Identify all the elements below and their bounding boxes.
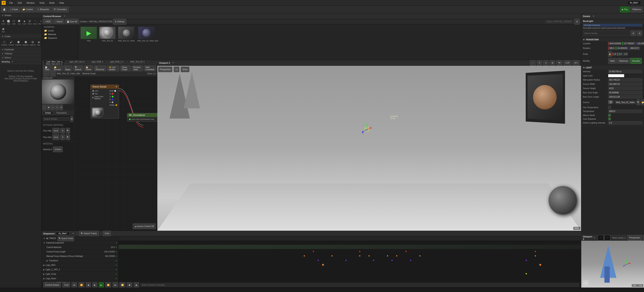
- kf-focal-1[interactable]: [304, 255, 305, 257]
- console-input[interactable]: [140, 283, 580, 287]
- vp2-perspective-btn[interactable]: Perspective: [628, 235, 642, 241]
- preview-ctrl-2[interactable]: ◉: [47, 104, 50, 110]
- material-editor-tab-light-gb2[interactable]: Light_RGB_2 ✕: [107, 60, 127, 63]
- kf-light-off-1[interactable]: [526, 273, 527, 274]
- shape-split[interactable]: ⬡ Split: [11, 18, 16, 25]
- asset-webtest02[interactable]: Web_Test_02: [98, 26, 116, 58]
- settings-btn[interactable]: ⚙ Settings: [113, 19, 126, 24]
- view-next-btn[interactable]: →: [50, 71, 56, 76]
- graph-details-search[interactable]: [43, 117, 70, 121]
- seq-playback-end[interactable]: ⏭: [112, 282, 118, 288]
- track-light-off[interactable]: ▶ Light_C_OFF_1 +: [42, 268, 118, 272]
- asset-play[interactable]: ▶ Play: [80, 26, 98, 58]
- mobility-movable[interactable]: Movable: [630, 58, 642, 64]
- blueprints-btn[interactable]: ⬡ Blueprints: [36, 7, 51, 12]
- phys-mat-none-2[interactable]: None: [52, 134, 60, 140]
- phys-mat-search-1[interactable]: 🔍: [66, 128, 70, 134]
- play-btn[interactable]: ▶ Play: [620, 7, 630, 12]
- timeline-content[interactable]: [119, 240, 581, 282]
- shape-circle[interactable]: ● Circle: [1, 18, 6, 25]
- seq-playback-stepfwd[interactable]: ▶: [92, 282, 98, 288]
- shape-sphere[interactable]: ⬤ Sphr: [6, 18, 11, 25]
- menu-window[interactable]: Window: [26, 1, 36, 4]
- texture-sample-node[interactable]: Texture Sample ✕ UVs: [90, 85, 119, 118]
- tab-ax-main[interactable]: Ax_Main*: [628, 1, 641, 4]
- details-cfg-btn[interactable]: ⚙: [630, 30, 636, 36]
- cast-shadows-check[interactable]: ✓: [608, 117, 611, 120]
- vp1-camera[interactable]: 📷: [556, 60, 562, 66]
- menu-help[interactable]: Help: [58, 1, 65, 4]
- vp1-snap[interactable]: ⊞: [550, 60, 555, 66]
- kf-focal-5[interactable]: [387, 255, 388, 257]
- seq-playback-record[interactable]: ⏺: [127, 282, 132, 288]
- mobility-stationary[interactable]: Stationary: [617, 58, 630, 64]
- graph-details-cfg[interactable]: ⚙: [70, 116, 73, 122]
- sequencer-close[interactable]: ✕: [72, 232, 75, 235]
- seq-cmd[interactable]: Cmd: [103, 231, 111, 236]
- indirect-value[interactable]: 1.0: [608, 121, 642, 125]
- preview-ctrl-5[interactable]: ⚙: [59, 104, 63, 110]
- tool-bsprels[interactable]: ⬣ BspRels: [22, 39, 29, 47]
- kf-focal-8[interactable]: [535, 255, 536, 257]
- tool-obj[interactable]: ◈ Obj+: [36, 39, 41, 47]
- hierarchy-mat-btn[interactable]: ⬡ Hierarchy: [94, 65, 106, 71]
- viewport1-close[interactable]: ✕: [171, 61, 174, 64]
- filter-btn[interactable]: ☰: [574, 19, 580, 24]
- track-focus[interactable]: Manual Focus Distance (Focus Settings) 4…: [42, 254, 118, 259]
- source-control-btn[interactable]: ☁ Source Control Off: [133, 223, 156, 229]
- source-width-value[interactable]: 163.060715: [608, 82, 642, 86]
- create-btn[interactable]: + Create: [8, 7, 20, 12]
- kf-transform-1[interactable]: [322, 264, 324, 266]
- rotation-x[interactable]: 395.0: [608, 46, 615, 50]
- shape-cyl[interactable]: ⬢ Cyl: [17, 18, 22, 25]
- kf-focus-2[interactable]: [345, 260, 346, 261]
- seq-playback-steprev[interactable]: ◀: [86, 282, 91, 288]
- shape-cone[interactable]: ▲ Cone: [22, 18, 27, 25]
- save-mat-btn[interactable]: 💾 Save: [43, 65, 51, 71]
- barn-angle-value[interactable]: 36.599998: [608, 91, 642, 94]
- kf-aperture-1[interactable]: [313, 251, 314, 252]
- track-search-btn[interactable]: 🔍 Search Tracks: [58, 236, 74, 241]
- home-mat-btn[interactable]: 🏠 Home: [84, 65, 93, 71]
- saveall-btn[interactable]: 💾 Save All: [65, 19, 79, 24]
- material-editor-tab-light-ove[interactable]: Light_255_Ove ✕: [66, 60, 88, 63]
- scale-y[interactable]: 1.0: [618, 52, 623, 56]
- tool-pathfire[interactable]: ⬢ PathFire: [15, 39, 22, 47]
- pin-tex[interactable]: Tex: [92, 92, 105, 95]
- platforms-btn[interactable]: Platforms: [630, 7, 643, 12]
- kf-transform-2[interactable]: [539, 264, 541, 266]
- kf-focus-5[interactable]: [410, 260, 411, 261]
- cinematics-btn[interactable]: 🎬 Cinematics: [52, 7, 68, 12]
- barn-length-value[interactable]: 249.011139: [608, 95, 642, 99]
- menu-build[interactable]: Build: [48, 1, 56, 4]
- sequencer-tab[interactable]: Ax_Main*: [56, 232, 70, 235]
- vp2-nav-prev[interactable]: ←: [598, 235, 604, 241]
- seq-cmd-btn[interactable]: Cmd: [62, 282, 70, 288]
- tree-materials[interactable]: 📁 Materials: [42, 32, 77, 36]
- content-search[interactable]: [545, 20, 574, 23]
- vp1-grid[interactable]: ⊟ 4: [572, 60, 580, 66]
- source-browse-btn[interactable]: 📁: [641, 99, 644, 105]
- material-surface-btn[interactable]: Surface: [53, 147, 63, 152]
- polymodel-header[interactable]: ▼ PolyModel: [0, 48, 42, 51]
- kf-focal-6[interactable]: [396, 255, 397, 257]
- seq-search[interactable]: 🔍 Search Tracks: [79, 231, 99, 236]
- shapes-header[interactable]: ▼ Shapes: [0, 13, 42, 17]
- source-search-btn[interactable]: 🔍: [636, 99, 640, 105]
- scale-x[interactable]: 1.0: [612, 52, 617, 56]
- viewport2-content[interactable]: ⊞ 0965 - 1905: [581, 241, 644, 288]
- search-mat-btn[interactable]: 🔍 Search: [73, 65, 83, 71]
- menu-edit[interactable]: Edit: [17, 1, 23, 4]
- phys-mat-dropdown-2[interactable]: ▼: [60, 134, 65, 140]
- vp1-lit-btn[interactable]: Lit: [174, 66, 180, 72]
- shape-disc[interactable]: ◉ Disc: [1, 26, 6, 33]
- pin-rgba[interactable]: RGBA: [108, 104, 118, 106]
- browse-mat-btn[interactable]: 📁 Browse: [52, 65, 62, 71]
- tool-paintex[interactable]: 🖌 PaintEd: [8, 39, 14, 47]
- details-close[interactable]: ✕: [592, 14, 595, 18]
- hideunrelated-mat-btn[interactable]: Hide Unrelated: [144, 65, 156, 71]
- seq-playback-play[interactable]: ▶: [99, 282, 104, 288]
- preview-ctrl-3[interactable]: ▭: [51, 104, 55, 110]
- view-prev-btn[interactable]: ←: [44, 71, 49, 76]
- phys-mat-none-1[interactable]: None: [52, 128, 60, 134]
